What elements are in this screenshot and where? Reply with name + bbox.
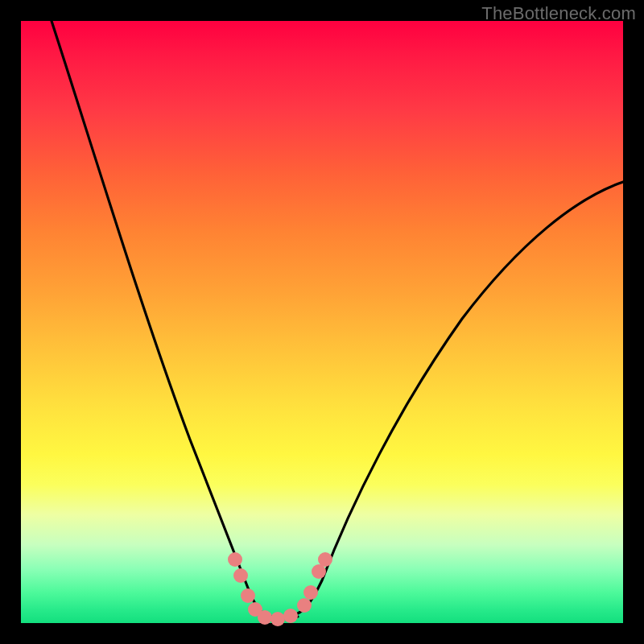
chart-svg bbox=[21, 21, 623, 623]
marker-dot bbox=[270, 612, 285, 626]
chart-frame: TheBottleneck.com bbox=[0, 0, 644, 644]
marker-dot bbox=[233, 568, 248, 583]
marker-group bbox=[228, 552, 332, 626]
marker-dot bbox=[241, 588, 255, 603]
bottleneck-curve bbox=[52, 21, 623, 618]
marker-dot bbox=[228, 552, 242, 567]
marker-dot bbox=[258, 610, 272, 625]
marker-dot bbox=[303, 585, 318, 600]
marker-dot bbox=[318, 552, 332, 567]
curve-left bbox=[52, 21, 272, 617]
marker-dot bbox=[297, 598, 312, 613]
watermark-text: TheBottleneck.com bbox=[481, 3, 636, 24]
marker-dot bbox=[283, 609, 298, 623]
curve-right bbox=[290, 182, 623, 617]
